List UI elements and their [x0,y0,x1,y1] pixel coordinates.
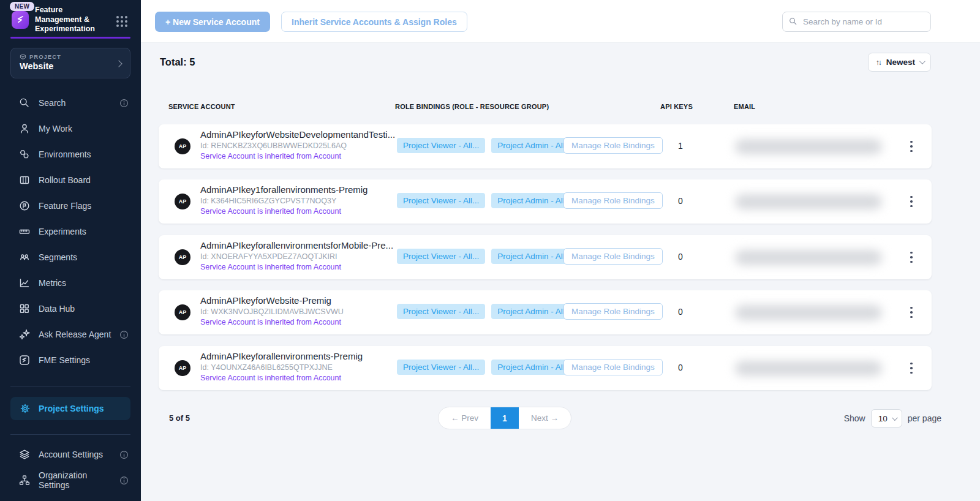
search-icon [18,97,31,109]
sort-arrows-icon: ↑↓ [876,58,882,67]
hexagons-icon [18,148,31,160]
sidebar-item-my-work[interactable]: My Work [0,116,141,141]
sidebar-item-segments[interactable]: Segments [0,244,141,270]
fme-logo-icon [12,11,29,29]
divider [10,434,130,435]
service-account-name: AdminAPIkeyforWebsiteDevelopmentandTesti… [200,129,395,140]
role-binding-chip[interactable]: Project Viewer - All... [397,360,485,375]
sidebar-item-environments[interactable]: Environments [0,141,141,167]
page-toolbar: + New Service Account Inherit Service Ac… [141,0,980,43]
inherit-service-accounts-button[interactable]: Inherit Service Accounts & Assign Roles [281,12,467,32]
brand-underline [10,37,130,39]
sort-dropdown[interactable]: ↑↓ Newest [868,53,931,72]
api-keys-count: 0 [678,363,683,372]
sidebar-item-metrics[interactable]: Metrics [0,270,141,296]
role-binding-chip[interactable]: Project Viewer - All... [397,193,485,208]
role-binding-chip[interactable]: Project Viewer - All... [397,304,485,319]
manage-role-bindings-button[interactable]: Manage Role Bindings [564,137,663,154]
page-size-select[interactable]: 10 [871,409,902,428]
manage-role-bindings-button[interactable]: Manage Role Bindings [564,359,663,375]
api-keys-count: 0 [678,196,683,206]
pager: ← Prev 1 Next → [438,407,571,429]
sidebar-item-feature-flags[interactable]: Feature Flags [0,193,141,219]
row-menu-icon[interactable] [906,249,917,265]
sidebar-item-label: FME Settings [39,355,90,365]
table-row: AP AdminAPIkeyforWebsiteDevelopmentandTe… [159,124,932,168]
sidebar-item-fme-settings[interactable]: FME Settings [0,347,141,373]
app-title: Feature Management & Experimentation [35,6,104,34]
sidebar-item-label: Experiments [39,227,86,236]
info-icon[interactable] [119,330,129,339]
email-redacted [735,139,882,154]
api-keys-count: 1 [678,141,683,151]
service-account-id: Id: XNOERAFYYA5XPDEZ7AOQTJKIRI [200,252,337,261]
chart-line-icon [18,277,31,289]
service-account-id: Id: RENCKBZ3XQ6UBBWWEDKD25L6AQ [200,141,347,150]
avatar: AP [175,194,190,209]
service-account-name: AdminAPIkeyforallenvironments-Premig [200,351,363,361]
manage-role-bindings-button[interactable]: Manage Role Bindings [564,192,663,209]
ruler-icon [18,225,31,238]
table-header: SERVICE ACCOUNT ROLE BINDINGS (ROLE - RE… [141,103,980,111]
manage-role-bindings-button[interactable]: Manage Role Bindings [564,303,663,320]
role-binding-chip[interactable]: Project Viewer - All... [397,249,485,264]
avatar: AP [175,360,190,376]
column-api-keys: API KEYS [660,103,693,110]
sidebar-item-label: Data Hub [39,304,75,314]
new-service-account-button[interactable]: + New Service Account [155,12,270,32]
row-menu-icon[interactable] [906,194,917,209]
api-keys-count: 0 [678,252,683,262]
prev-page-button[interactable]: ← Prev [439,407,491,429]
row-menu-icon[interactable] [906,304,917,320]
sidebar-item-label: Rollout Board [39,175,91,185]
manage-role-bindings-button[interactable]: Manage Role Bindings [564,248,663,265]
sidebar-item-rollout-board[interactable]: Rollout Board [0,167,141,193]
sidebar-item-organization-settings[interactable]: Organization Settings [0,467,141,493]
board-columns-icon [18,174,31,186]
sidebar-item-project-settings[interactable]: Project Settings [10,397,130,420]
row-menu-icon[interactable] [906,360,917,376]
info-icon[interactable] [119,99,129,108]
sidebar-item-data-hub[interactable]: Data Hub [0,296,141,322]
info-icon[interactable] [119,476,129,485]
service-account-name: AdminAPIkey1forallenvironments-Premig [200,184,368,195]
next-page-button[interactable]: Next → [519,407,571,429]
sidebar-item-search[interactable]: Search [0,90,141,116]
sidebar-item-label: Metrics [39,278,66,288]
avatar: AP [175,138,190,154]
row-menu-icon[interactable] [906,138,917,154]
fme-settings-icon [18,354,31,366]
per-page-label: per page [908,413,941,423]
flag-circle-icon [18,200,31,212]
gear-icon [19,402,31,415]
inherited-note: Service Account is inherited from Accoun… [200,152,341,160]
sidebar-item-account-settings[interactable]: Account Settings [0,442,141,467]
table-row: AP AdminAPIkeyforWebsite-Premig Id: WXK3… [159,290,932,334]
table-row: AP AdminAPIkey1forallenvironments-Premig… [159,179,932,224]
service-account-id: Id: Y4OUNXZ46A6IBL6255QTPXJJNE [200,363,333,372]
inherited-note: Service Account is inherited from Accoun… [200,374,341,382]
service-account-id: Id: K364HIC5RI6GZGYCPVST7NOQ3Y [200,197,336,205]
row-count: 5 of 5 [169,413,190,423]
app-switcher-icon[interactable] [116,16,127,27]
project-selector[interactable]: PROJECT Website [10,48,130,78]
sidebar-item-label: Feature Flags [39,201,91,211]
avatar: AP [175,249,190,265]
role-binding-chip[interactable]: Project Viewer - All... [397,138,485,153]
sidebar-item-experiments[interactable]: Experiments [0,219,141,244]
current-page[interactable]: 1 [491,407,519,429]
email-redacted [735,361,882,376]
sidebar-item-ask-release-agent[interactable]: Ask Release Agent [0,322,141,347]
email-redacted [735,194,882,209]
user-icon [18,122,31,135]
app-window: NEW Feature Management & Experimentation… [0,0,980,501]
info-icon[interactable] [119,450,129,459]
layers-icon [18,448,31,461]
main-content: + New Service Account Inherit Service Ac… [141,0,980,501]
email-redacted [735,305,882,320]
search-input[interactable] [782,12,931,32]
service-account-id: Id: WXK3NVOJBQZILIDMAVBJWCSVWU [200,307,344,316]
grid-squares-icon [18,303,31,315]
service-account-name: AdminAPIkeyforallenvironmentsforMobile-P… [200,240,393,250]
sidebar-item-label: Organization Settings [39,470,119,490]
